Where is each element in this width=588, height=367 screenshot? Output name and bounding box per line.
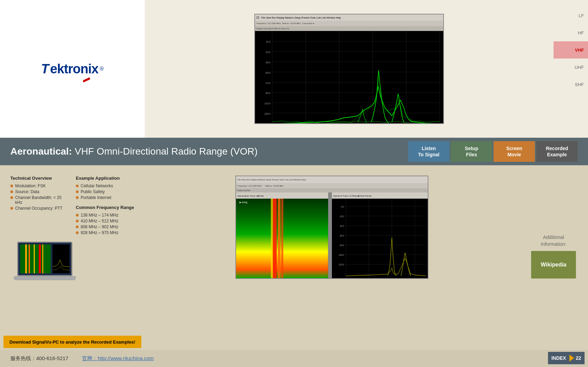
- app-bullet-3: [76, 196, 79, 199]
- download-banner[interactable]: Download SignalVu-PC to analyze the Reco…: [3, 336, 141, 348]
- svg-text:-120.0: -120.0: [338, 263, 344, 266]
- index-label: INDEX: [548, 355, 570, 361]
- tab-vhf-label: VHF: [575, 48, 584, 53]
- svg-rect-30: [25, 244, 27, 273]
- bottom-section: Technical Overview Modulation: FSK Sourc…: [0, 165, 588, 367]
- freq-item-2: 410 MHz – 512 MHz: [76, 219, 134, 223]
- banner-title-bold: Aeronautical:: [10, 146, 72, 157]
- freq-bullet-4: [76, 231, 79, 234]
- wikipedia-label: Wikipedia: [541, 262, 567, 268]
- panel-divider: [328, 192, 332, 279]
- right-additional: AdditionalInformation: Wikipedia: [519, 172, 588, 360]
- toolbar-close: [256, 16, 259, 19]
- info-panel: Technical Overview Modulation: FSK Sourc…: [0, 172, 145, 360]
- spectrogram-left: Spectrogram Trace 1 ▶Peak: [236, 192, 328, 279]
- freq-label: Frequency: 112.1500 MHz: [256, 22, 281, 24]
- replay-label: Replay Avg Data ● Rbw ● Show On: [256, 28, 289, 30]
- example-app-title: Example Application: [76, 176, 134, 181]
- spectrum-svg: 10.0 -10.0 -30.0 -50.0 -70.0 -90.0 -110.…: [255, 31, 443, 124]
- bullet-3: [10, 196, 13, 199]
- svg-text:▶ timelg: ▶ timelg: [240, 201, 247, 204]
- freq-text-2: 410 MHz – 512 MHz: [81, 219, 118, 223]
- app-item-1: Cellular Networks: [76, 184, 134, 188]
- svg-text:10.0: 10.0: [266, 40, 271, 44]
- freq-bullet-2: [76, 220, 79, 222]
- svg-text:-90.0: -90.0: [265, 92, 271, 95]
- banner-buttons: ListenTo Signal SetupFiles ScreenMovie R…: [408, 141, 578, 162]
- bottom-freq: Frequency: 112.1500 MHz: [237, 185, 262, 187]
- footer-url: 官网：http://www.rituchina.com: [82, 355, 154, 362]
- connection-label: Connection ●: [302, 22, 314, 24]
- bottom-subtoolbar: Frequency: 112.1500 MHz RefLev: -00.00 d…: [236, 183, 428, 188]
- freq-text-1: 138 MHz – 174 MHz: [81, 213, 118, 218]
- banner: Aeronautical: VHF Omni-Directional Radio…: [0, 138, 588, 165]
- setup-button[interactable]: SetupFiles: [451, 141, 492, 162]
- freq-range-section: Common Frequency Range 138 MHz – 174 MHz…: [76, 205, 134, 235]
- svg-text:-70.0: -70.0: [265, 81, 271, 85]
- freq-bullet-3: [76, 226, 79, 228]
- right-tabs: LF HF VHF UHF SHF: [554, 0, 588, 138]
- spectrum-right-svg: -0.0 -20.0 -40.0 -60.0 -80.0 -100.0 -120…: [332, 199, 428, 279]
- top-spectrum-area: File View Run Replay Markers Setup Prese…: [145, 0, 554, 138]
- svg-rect-29: [20, 244, 51, 273]
- wikipedia-button[interactable]: Wikipedia: [531, 251, 576, 279]
- tab-lf[interactable]: LF: [554, 7, 588, 24]
- technical-overview-col: Technical Overview Modulation: FSK Sourc…: [10, 176, 69, 236]
- tab-hf-label: HF: [578, 30, 584, 35]
- svg-text:-10.0: -10.0: [265, 51, 271, 54]
- tab-uhf[interactable]: UHF: [554, 59, 588, 76]
- tab-vhf[interactable]: VHF: [554, 41, 588, 59]
- tab-hf[interactable]: HF: [554, 24, 588, 41]
- laptop-display-svg: [18, 243, 71, 275]
- tech-item-3: Channel Bandwidth: < 25 kHz: [10, 195, 69, 205]
- index-container[interactable]: INDEX 22: [548, 352, 585, 364]
- tech-overview-title: Technical Overview: [10, 176, 69, 181]
- app-bullet-1: [76, 185, 79, 187]
- tech-text-2: Source: Data: [15, 189, 39, 194]
- tech-text-1: Modulation: FSK: [15, 184, 46, 188]
- app-text-2: Public Safety: [81, 189, 105, 194]
- footer-phone-label: 服务热线：400-616-5217: [10, 355, 68, 362]
- svg-rect-40: [271, 199, 273, 279]
- svg-text:-20.0: -20.0: [339, 215, 344, 218]
- tech-item-2: Source: Data: [10, 189, 69, 194]
- freq-item-3: 806 MHz – 902 MHz: [76, 224, 134, 229]
- tab-shf[interactable]: SHF: [554, 76, 588, 93]
- svg-rect-34: [42, 244, 43, 273]
- svg-text:-30.0: -30.0: [265, 61, 271, 64]
- svg-text:-0.0: -0.0: [341, 205, 344, 208]
- svg-text:-50.0: -50.0: [265, 71, 271, 74]
- spectrum-toolbar: File View Run Replay Markers Setup Prese…: [255, 14, 443, 21]
- tech-text-3: Channel Bandwidth: < 25 kHz: [15, 195, 69, 205]
- freq-text-4: 928 MHz – 975 MHz: [81, 230, 118, 235]
- svg-text:-80.0: -80.0: [339, 244, 344, 247]
- bottom-reflev: RefLev: -00.00 dBm: [265, 185, 284, 187]
- spectrogram-title: Spectrogram Trace 1 ▶Peak: [237, 195, 264, 197]
- listen-button[interactable]: ListenTo Signal: [408, 141, 449, 162]
- svg-rect-32: [34, 244, 35, 273]
- bottom-toolbar-menu: File View Run Replay Markers Setup Prese…: [237, 179, 306, 181]
- freq-range-title: Common Frequency Range: [76, 205, 134, 210]
- svg-text:-130.0: -130.0: [264, 112, 271, 116]
- bottom-replay: Replay Avg Data: [236, 188, 428, 192]
- bullet-2: [10, 190, 13, 193]
- svg-rect-37: [273, 199, 277, 279]
- replay-label-2: Replay Avg Data: [237, 189, 250, 191]
- screen-button[interactable]: ScreenMovie: [494, 141, 535, 162]
- recorded-button[interactable]: RecordedExample: [536, 141, 578, 162]
- logo-registered: ®: [100, 66, 104, 72]
- tech-text-4: Channel Occupancy: PTT: [15, 206, 62, 211]
- svg-rect-44: [332, 199, 428, 279]
- tektronix-logo: T ektronix ®: [41, 62, 104, 76]
- laptop-screen-content: [18, 243, 71, 275]
- tab-lf-label: LF: [579, 13, 584, 18]
- freq-bullet-1: [76, 214, 79, 217]
- tab-uhf-label: UHF: [575, 65, 584, 70]
- top-section: T ektronix ® File View Run Replay Marker…: [0, 0, 588, 138]
- svg-rect-33: [39, 244, 41, 273]
- logo-wordmark: ektronix: [50, 62, 98, 76]
- svg-rect-38: [278, 199, 281, 279]
- freq-text-3: 806 MHz – 902 MHz: [81, 224, 118, 229]
- app-bullet-2: [76, 190, 79, 193]
- spectrum-subtoolbar: Frequency: 112.1500 MHz RefLev: -00.00 d…: [255, 21, 443, 26]
